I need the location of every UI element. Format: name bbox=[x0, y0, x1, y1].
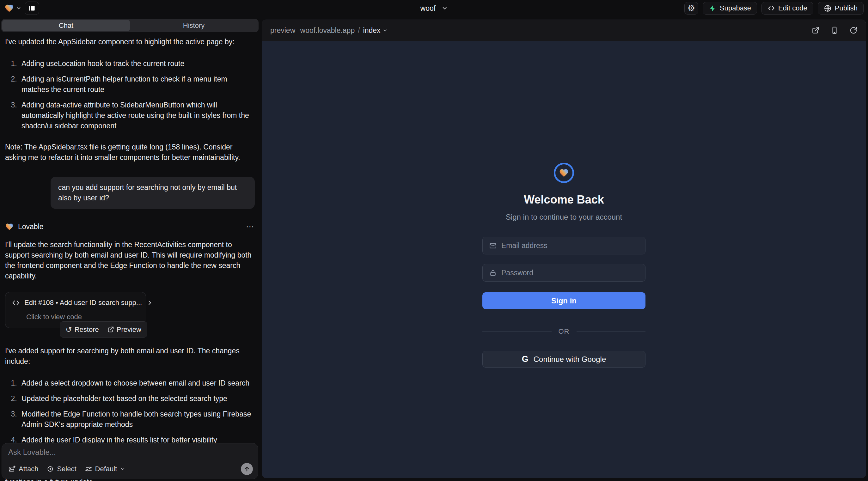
preview-url-host: preview--woof.lovable.app bbox=[270, 26, 355, 35]
user-message-bubble: can you add support for searching not on… bbox=[51, 177, 255, 209]
edit-card-subtitle: Click to view code bbox=[26, 312, 140, 322]
mobile-view-button[interactable] bbox=[830, 26, 839, 34]
arrow-up-icon bbox=[243, 466, 250, 473]
attach-button[interactable]: Attach bbox=[8, 465, 38, 473]
google-signin-label: Continue with Google bbox=[533, 355, 606, 364]
preview-route-selector[interactable]: index bbox=[363, 26, 388, 35]
preview-button[interactable]: Preview bbox=[107, 324, 141, 335]
assistant-message-header: Lovable ⋯ bbox=[5, 222, 255, 232]
divider-line bbox=[483, 331, 552, 332]
preview-url-separator: / bbox=[358, 26, 360, 35]
chevron-down-icon bbox=[16, 5, 22, 11]
chat-input[interactable] bbox=[8, 448, 252, 462]
email-field[interactable] bbox=[501, 242, 639, 250]
password-field[interactable] bbox=[501, 269, 639, 277]
assistant-paragraph: I've added support for searching by both… bbox=[5, 346, 255, 366]
select-button[interactable]: Select bbox=[46, 465, 76, 473]
preview-button-label: Preview bbox=[117, 324, 141, 335]
app-logo bbox=[554, 163, 574, 183]
email-field-wrap bbox=[483, 237, 646, 254]
divider-line bbox=[577, 331, 646, 332]
password-field-wrap bbox=[483, 264, 646, 282]
project-switcher[interactable]: woof bbox=[421, 0, 448, 17]
code-brackets-icon bbox=[12, 299, 20, 307]
preview-url[interactable]: preview--woof.lovable.app / index bbox=[270, 26, 388, 35]
composer: Attach Select Default bbox=[2, 443, 258, 479]
globe-icon bbox=[824, 4, 832, 12]
open-in-new-tab-button[interactable] bbox=[811, 26, 819, 34]
select-target-icon bbox=[46, 465, 54, 473]
assistant-name: Lovable bbox=[18, 222, 43, 232]
model-selector[interactable]: Default bbox=[85, 465, 126, 473]
refresh-button[interactable] bbox=[849, 26, 858, 34]
supabase-button[interactable]: Supabase bbox=[703, 2, 757, 14]
restore-button-label: Restore bbox=[74, 324, 99, 335]
signin-button[interactable]: Sign in bbox=[483, 292, 646, 309]
list-item: Added a select dropdown to choose betwee… bbox=[19, 378, 255, 388]
supabase-button-label: Supabase bbox=[720, 4, 751, 12]
list-item: Adding data-active attribute to SidebarM… bbox=[19, 100, 255, 131]
toggle-sidebar-button[interactable] bbox=[25, 2, 39, 15]
topbar: woof ⚙ Supabase Edit code Publish bbox=[0, 0, 868, 17]
settings-button[interactable]: ⚙ bbox=[684, 2, 698, 14]
tab-history[interactable]: History bbox=[130, 20, 258, 31]
edit-card-title: Edit #108 • Add user ID search supp... bbox=[24, 297, 142, 308]
edit-code-button[interactable]: Edit code bbox=[762, 2, 813, 14]
restore-button[interactable]: ↺ Restore bbox=[66, 324, 99, 335]
preview-toolbar: preview--woof.lovable.app / index bbox=[262, 20, 866, 41]
signin-card: Welcome Back Sign in to continue to your… bbox=[483, 163, 646, 367]
panel-layout-icon bbox=[28, 4, 36, 12]
model-selector-label: Default bbox=[95, 465, 117, 473]
assistant-paragraph: I'll update the search functionality in … bbox=[5, 239, 255, 281]
chevron-down-icon bbox=[382, 28, 388, 33]
list-item: Adding useLocation hook to track the cur… bbox=[19, 59, 255, 69]
tab-chat[interactable]: Chat bbox=[2, 20, 130, 31]
chevron-down-icon bbox=[120, 466, 125, 472]
assistant-note: Note: The AppSidebar.tsx file is getting… bbox=[5, 142, 255, 163]
or-divider: OR bbox=[483, 327, 646, 335]
assistant-ordered-list: Adding useLocation hook to track the cur… bbox=[5, 59, 255, 131]
list-item: Adding an isCurrentPath helper function … bbox=[19, 74, 255, 95]
list-item: Modified the Edge Function to handle bot… bbox=[19, 409, 255, 430]
or-divider-label: OR bbox=[559, 327, 569, 335]
lovable-heart-icon bbox=[5, 223, 13, 231]
attach-image-icon bbox=[8, 465, 16, 473]
preview-panel: preview--woof.lovable.app / index bbox=[262, 20, 866, 478]
google-signin-button[interactable]: G Continue with Google bbox=[483, 351, 646, 367]
signin-subtitle: Sign in to continue to your account bbox=[506, 213, 622, 222]
google-g-icon: G bbox=[522, 355, 528, 363]
lovable-heart-icon bbox=[4, 3, 14, 13]
code-brackets-icon bbox=[768, 4, 775, 12]
lovable-logo-menu[interactable] bbox=[4, 3, 22, 13]
message-options-icon[interactable]: ⋯ bbox=[246, 222, 255, 232]
assistant-ordered-list: Added a select dropdown to choose betwee… bbox=[5, 378, 255, 445]
attach-button-label: Attach bbox=[19, 465, 38, 473]
chevron-down-icon bbox=[441, 5, 447, 11]
edit-code-button-label: Edit code bbox=[778, 4, 807, 12]
preview-route-label: index bbox=[363, 26, 380, 35]
list-item: Updated the placeholder text based on th… bbox=[19, 393, 255, 404]
external-link-icon bbox=[107, 326, 114, 333]
project-name: woof bbox=[421, 4, 436, 13]
heart-icon bbox=[559, 168, 569, 178]
publish-button-label: Publish bbox=[835, 4, 858, 12]
gear-icon: ⚙ bbox=[687, 4, 695, 13]
preview-viewport: Welcome Back Sign in to continue to your… bbox=[262, 41, 866, 478]
chat-panel: Chat History I've updated the AppSidebar… bbox=[0, 17, 260, 481]
assistant-paragraph: I've updated the AppSidebar component to… bbox=[5, 37, 255, 47]
publish-button[interactable]: Publish bbox=[818, 2, 864, 14]
send-button[interactable] bbox=[241, 463, 253, 475]
restore-icon: ↺ bbox=[66, 326, 72, 333]
supabase-bolt-icon bbox=[709, 4, 717, 12]
lock-icon bbox=[489, 269, 497, 277]
chevron-right-icon bbox=[146, 299, 153, 306]
chat-message-list[interactable]: I've updated the AppSidebar component to… bbox=[0, 32, 260, 481]
signin-title: Welcome Back bbox=[524, 193, 604, 206]
edit-card-actions: ↺ Restore Preview bbox=[60, 321, 147, 338]
select-button-label: Select bbox=[57, 465, 76, 473]
sliders-icon bbox=[85, 465, 92, 473]
chat-history-tabs: Chat History bbox=[1, 19, 258, 32]
mail-icon bbox=[489, 242, 497, 250]
